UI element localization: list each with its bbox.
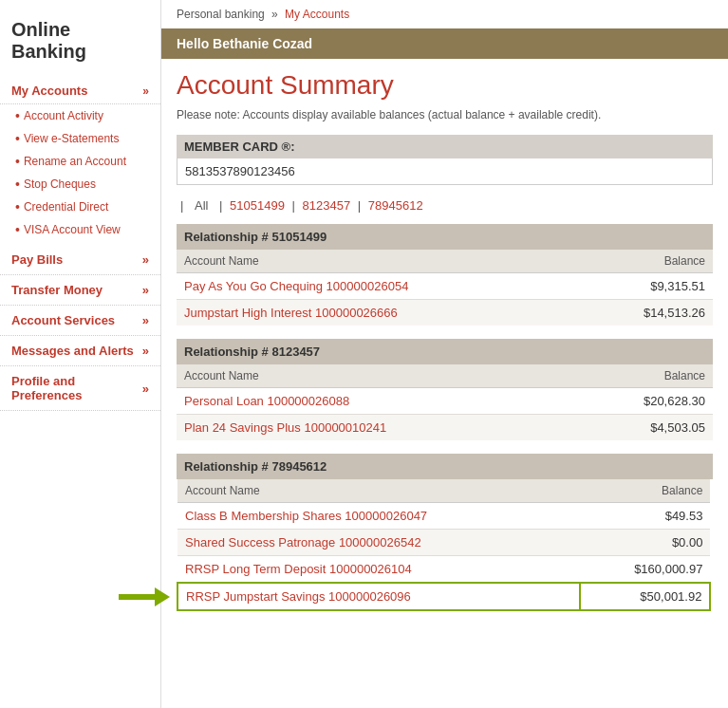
relationship-block-2: Relationship # 78945612Account NameBalan…	[177, 454, 713, 611]
relationship-header-1: Relationship # 8123457	[177, 339, 713, 364]
main-content: Personal banking » My Accounts Hello Bet…	[161, 0, 728, 708]
relationship-block-1: Relationship # 8123457Account NameBalanc…	[177, 339, 713, 440]
green-arrow-annotation	[119, 587, 170, 606]
col-name-0: Account Name	[177, 250, 583, 273]
account-balance-2-1: $0.00	[580, 530, 711, 556]
breadcrumb-personal-banking: Personal banking	[177, 8, 265, 21]
transfer-money-arrow: »	[142, 283, 149, 297]
account-link-1-0[interactable]: Personal Loan 100000026088	[184, 394, 349, 408]
account-link-2-2[interactable]: RRSP Long Term Deposit 100000026104	[185, 562, 412, 576]
member-card-section: MEMBER CARD ®: 5813537890123456	[177, 135, 713, 185]
account-row-2-0: Class B Membership Shares 100000026047$4…	[177, 503, 712, 530]
filter-r2[interactable]: 8123457	[303, 198, 351, 213]
greeting-bar: Hello Bethanie Cozad	[161, 28, 728, 59]
account-link-2-3[interactable]: RRSP Jumpstart Savings 100000026096	[186, 589, 411, 604]
account-balance-0-1: $14,513.26	[583, 300, 713, 326]
messages-alerts-arrow: »	[142, 344, 149, 358]
filter-links: | All | 51051499 | 8123457 | 78945612	[177, 198, 713, 213]
breadcrumb-my-accounts[interactable]: My Accounts	[285, 8, 349, 21]
pay-bills-arrow: »	[142, 252, 149, 267]
account-balance-2-3: $50,001.92	[580, 583, 711, 610]
account-row-0-1: Jumpstart High Interest 100000026666$14,…	[177, 300, 713, 326]
member-card-number: 5813537890123456	[177, 158, 713, 185]
account-link-2-0[interactable]: Class B Membership Shares 100000026047	[185, 509, 427, 523]
filter-pipe-start: |	[180, 198, 187, 213]
sidebar-sub-rename-account[interactable]: Rename an Account	[0, 150, 160, 173]
member-card-label: MEMBER CARD ®:	[177, 135, 713, 158]
account-row-2-3: RRSP Jumpstart Savings 100000026096$50,0…	[177, 583, 712, 610]
col-name-1: Account Name	[177, 364, 572, 388]
account-balance-1-1: $4,503.05	[572, 415, 713, 441]
sidebar-sub-stop-cheques[interactable]: Stop Cheques	[0, 173, 160, 196]
col-balance-0: Balance	[583, 250, 713, 273]
sidebar-sub-account-activity[interactable]: Account Activity	[0, 104, 160, 127]
account-balance-0-0: $9,315.51	[583, 273, 713, 300]
relationship-header-2: Relationship # 78945612	[177, 454, 713, 479]
content-area: Account Summary Please note: Accounts di…	[161, 70, 728, 640]
filter-r1[interactable]: 51051499	[230, 198, 285, 213]
sidebar-item-my-accounts[interactable]: My Accounts »	[0, 78, 160, 104]
relationship-header-0: Relationship # 51051499	[177, 224, 713, 250]
my-accounts-arrow: »	[142, 84, 149, 98]
filter-sep1: |	[219, 198, 226, 213]
account-balance-2-0: $49.53	[580, 503, 711, 530]
note-text: Please note: Accounts display available …	[177, 108, 713, 121]
col-balance-1: Balance	[572, 364, 713, 388]
sidebar-item-transfer-money[interactable]: Transfer Money »	[0, 275, 160, 306]
sidebar-sub-view-estatements[interactable]: View e-Statements	[0, 127, 160, 150]
profile-preferences-arrow: »	[142, 382, 149, 396]
account-link-0-1[interactable]: Jumpstart High Interest 100000026666	[184, 306, 398, 320]
account-services-arrow: »	[142, 313, 149, 327]
sidebar-item-account-services[interactable]: Account Services »	[0, 306, 160, 336]
account-row-2-1: Shared Success Patronage 100000026542$0.…	[177, 530, 712, 556]
breadcrumb-separator: »	[271, 8, 278, 21]
account-balance-2-2: $160,000.97	[580, 556, 711, 584]
account-link-1-1[interactable]: Plan 24 Savings Plus 100000010241	[184, 420, 386, 435]
filter-all: All	[195, 198, 208, 213]
sidebar-item-profile-preferences[interactable]: Profile and Preferences »	[0, 366, 160, 411]
breadcrumb: Personal banking » My Accounts	[161, 0, 728, 28]
col-name-2: Account Name	[177, 479, 580, 503]
account-row-1-1: Plan 24 Savings Plus 100000010241$4,503.…	[177, 415, 713, 441]
account-link-2-1[interactable]: Shared Success Patronage 100000026542	[185, 535, 421, 550]
relationship-block-0: Relationship # 51051499Account NameBalan…	[177, 224, 713, 326]
sidebar-section-my-accounts: My Accounts » Account Activity View e-St…	[0, 78, 160, 241]
sidebar-sub-credential-direct[interactable]: Credential Direct	[0, 196, 160, 218]
account-row-0-0: Pay As You Go Chequing 100000026054$9,31…	[177, 273, 713, 300]
filter-sep3: |	[358, 198, 364, 213]
sidebar-item-pay-bills[interactable]: Pay Bills »	[0, 245, 160, 275]
sidebar-item-messages-alerts[interactable]: Messages and Alerts »	[0, 336, 160, 366]
filter-sep2: |	[292, 198, 299, 213]
account-row-2-2: RRSP Long Term Deposit 100000026104$160,…	[177, 556, 712, 584]
relationships-container: Relationship # 51051499Account NameBalan…	[177, 224, 713, 611]
col-balance-2: Balance	[580, 479, 711, 503]
sidebar-sub-visa-account-view[interactable]: VISA Account View	[0, 218, 160, 241]
filter-r3[interactable]: 78945612	[368, 198, 423, 213]
page-title: Account Summary	[177, 70, 713, 101]
sidebar-title: Online Banking	[0, 9, 160, 78]
account-row-1-0: Personal Loan 100000026088$20,628.30	[177, 388, 713, 415]
account-link-0-0[interactable]: Pay As You Go Chequing 100000026054	[184, 279, 408, 293]
account-balance-1-0: $20,628.30	[572, 388, 713, 415]
